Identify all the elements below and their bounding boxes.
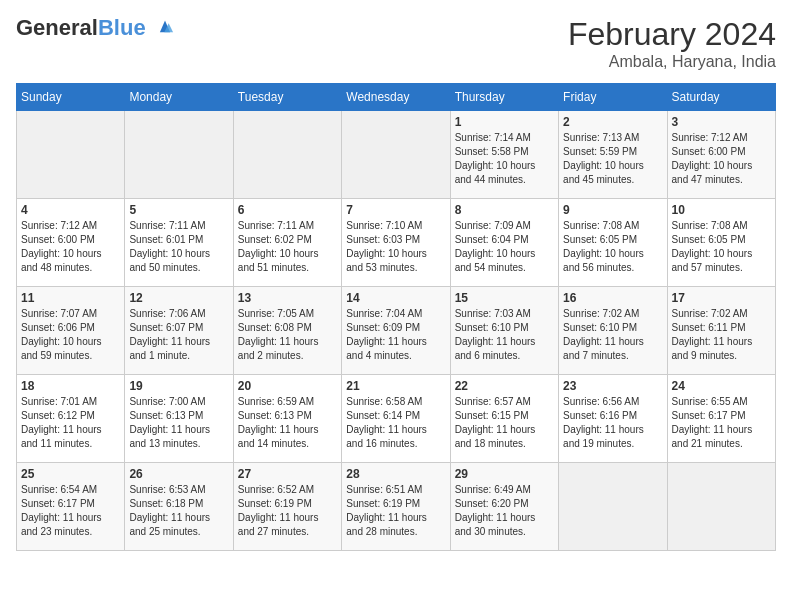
calendar-cell: 8Sunrise: 7:09 AM Sunset: 6:04 PM Daylig… [450,199,558,287]
calendar-week-row: 1Sunrise: 7:14 AM Sunset: 5:58 PM Daylig… [17,111,776,199]
day-info: Sunrise: 7:09 AM Sunset: 6:04 PM Dayligh… [455,219,554,275]
weekday-header: Saturday [667,84,775,111]
day-info: Sunrise: 6:59 AM Sunset: 6:13 PM Dayligh… [238,395,337,451]
calendar-cell: 16Sunrise: 7:02 AM Sunset: 6:10 PM Dayli… [559,287,667,375]
day-number: 18 [21,379,120,393]
day-info: Sunrise: 6:54 AM Sunset: 6:17 PM Dayligh… [21,483,120,539]
calendar-week-row: 18Sunrise: 7:01 AM Sunset: 6:12 PM Dayli… [17,375,776,463]
calendar-cell: 17Sunrise: 7:02 AM Sunset: 6:11 PM Dayli… [667,287,775,375]
day-info: Sunrise: 6:57 AM Sunset: 6:15 PM Dayligh… [455,395,554,451]
day-info: Sunrise: 7:04 AM Sunset: 6:09 PM Dayligh… [346,307,445,363]
logo-icon [154,16,176,38]
calendar-cell: 9Sunrise: 7:08 AM Sunset: 6:05 PM Daylig… [559,199,667,287]
day-number: 19 [129,379,228,393]
day-info: Sunrise: 7:08 AM Sunset: 6:05 PM Dayligh… [563,219,662,275]
day-number: 17 [672,291,771,305]
weekday-header: Tuesday [233,84,341,111]
day-number: 11 [21,291,120,305]
day-info: Sunrise: 6:51 AM Sunset: 6:19 PM Dayligh… [346,483,445,539]
day-number: 16 [563,291,662,305]
day-info: Sunrise: 6:53 AM Sunset: 6:18 PM Dayligh… [129,483,228,539]
day-info: Sunrise: 6:52 AM Sunset: 6:19 PM Dayligh… [238,483,337,539]
day-number: 20 [238,379,337,393]
calendar-cell [233,111,341,199]
calendar-cell: 15Sunrise: 7:03 AM Sunset: 6:10 PM Dayli… [450,287,558,375]
day-info: Sunrise: 7:02 AM Sunset: 6:11 PM Dayligh… [672,307,771,363]
day-info: Sunrise: 6:55 AM Sunset: 6:17 PM Dayligh… [672,395,771,451]
day-number: 14 [346,291,445,305]
day-number: 4 [21,203,120,217]
calendar-week-row: 4Sunrise: 7:12 AM Sunset: 6:00 PM Daylig… [17,199,776,287]
day-info: Sunrise: 7:07 AM Sunset: 6:06 PM Dayligh… [21,307,120,363]
calendar-table: SundayMondayTuesdayWednesdayThursdayFrid… [16,83,776,551]
weekday-header: Thursday [450,84,558,111]
weekday-header: Friday [559,84,667,111]
day-info: Sunrise: 7:14 AM Sunset: 5:58 PM Dayligh… [455,131,554,187]
page-header: GeneralBlue February 2024 Ambala, Haryan… [16,16,776,71]
calendar-cell: 25Sunrise: 6:54 AM Sunset: 6:17 PM Dayli… [17,463,125,551]
calendar-cell [17,111,125,199]
calendar-cell: 3Sunrise: 7:12 AM Sunset: 6:00 PM Daylig… [667,111,775,199]
calendar-cell: 28Sunrise: 6:51 AM Sunset: 6:19 PM Dayli… [342,463,450,551]
day-info: Sunrise: 6:58 AM Sunset: 6:14 PM Dayligh… [346,395,445,451]
day-number: 29 [455,467,554,481]
day-number: 27 [238,467,337,481]
day-number: 9 [563,203,662,217]
day-info: Sunrise: 6:49 AM Sunset: 6:20 PM Dayligh… [455,483,554,539]
weekday-header: Monday [125,84,233,111]
day-number: 21 [346,379,445,393]
calendar-cell: 23Sunrise: 6:56 AM Sunset: 6:16 PM Dayli… [559,375,667,463]
calendar-cell [559,463,667,551]
day-info: Sunrise: 7:02 AM Sunset: 6:10 PM Dayligh… [563,307,662,363]
calendar-cell: 18Sunrise: 7:01 AM Sunset: 6:12 PM Dayli… [17,375,125,463]
weekday-header: Sunday [17,84,125,111]
day-number: 13 [238,291,337,305]
weekday-header: Wednesday [342,84,450,111]
calendar-cell [342,111,450,199]
calendar-cell: 19Sunrise: 7:00 AM Sunset: 6:13 PM Dayli… [125,375,233,463]
logo-text: GeneralBlue [16,16,176,40]
day-info: Sunrise: 7:12 AM Sunset: 6:00 PM Dayligh… [672,131,771,187]
calendar-cell: 5Sunrise: 7:11 AM Sunset: 6:01 PM Daylig… [125,199,233,287]
day-info: Sunrise: 7:00 AM Sunset: 6:13 PM Dayligh… [129,395,228,451]
day-number: 8 [455,203,554,217]
calendar-cell: 4Sunrise: 7:12 AM Sunset: 6:00 PM Daylig… [17,199,125,287]
day-number: 12 [129,291,228,305]
calendar-cell: 13Sunrise: 7:05 AM Sunset: 6:08 PM Dayli… [233,287,341,375]
day-number: 5 [129,203,228,217]
day-number: 2 [563,115,662,129]
calendar-cell: 12Sunrise: 7:06 AM Sunset: 6:07 PM Dayli… [125,287,233,375]
calendar-cell: 21Sunrise: 6:58 AM Sunset: 6:14 PM Dayli… [342,375,450,463]
day-number: 10 [672,203,771,217]
calendar-cell: 22Sunrise: 6:57 AM Sunset: 6:15 PM Dayli… [450,375,558,463]
day-info: Sunrise: 7:06 AM Sunset: 6:07 PM Dayligh… [129,307,228,363]
calendar-cell: 11Sunrise: 7:07 AM Sunset: 6:06 PM Dayli… [17,287,125,375]
calendar-week-row: 25Sunrise: 6:54 AM Sunset: 6:17 PM Dayli… [17,463,776,551]
day-info: Sunrise: 7:08 AM Sunset: 6:05 PM Dayligh… [672,219,771,275]
day-number: 26 [129,467,228,481]
page-subtitle: Ambala, Haryana, India [568,53,776,71]
calendar-cell: 6Sunrise: 7:11 AM Sunset: 6:02 PM Daylig… [233,199,341,287]
calendar-cell: 20Sunrise: 6:59 AM Sunset: 6:13 PM Dayli… [233,375,341,463]
day-number: 6 [238,203,337,217]
calendar-cell: 10Sunrise: 7:08 AM Sunset: 6:05 PM Dayli… [667,199,775,287]
day-info: Sunrise: 7:10 AM Sunset: 6:03 PM Dayligh… [346,219,445,275]
day-number: 15 [455,291,554,305]
day-number: 25 [21,467,120,481]
day-info: Sunrise: 7:11 AM Sunset: 6:01 PM Dayligh… [129,219,228,275]
day-info: Sunrise: 7:12 AM Sunset: 6:00 PM Dayligh… [21,219,120,275]
day-info: Sunrise: 7:05 AM Sunset: 6:08 PM Dayligh… [238,307,337,363]
calendar-cell: 2Sunrise: 7:13 AM Sunset: 5:59 PM Daylig… [559,111,667,199]
calendar-header-row: SundayMondayTuesdayWednesdayThursdayFrid… [17,84,776,111]
day-info: Sunrise: 7:03 AM Sunset: 6:10 PM Dayligh… [455,307,554,363]
calendar-cell [667,463,775,551]
day-number: 1 [455,115,554,129]
calendar-cell: 29Sunrise: 6:49 AM Sunset: 6:20 PM Dayli… [450,463,558,551]
day-number: 24 [672,379,771,393]
calendar-cell: 1Sunrise: 7:14 AM Sunset: 5:58 PM Daylig… [450,111,558,199]
day-number: 22 [455,379,554,393]
day-number: 3 [672,115,771,129]
page-title: February 2024 [568,16,776,53]
day-number: 28 [346,467,445,481]
logo: GeneralBlue [16,16,176,40]
